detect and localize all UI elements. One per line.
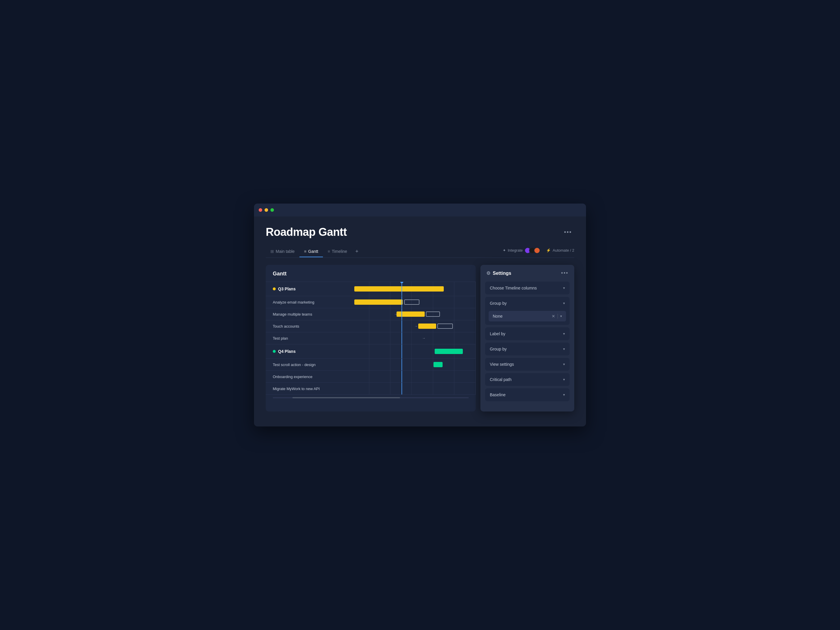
gantt-body: Q3 Plans [266,281,476,395]
task-label-6: Onboarding experience [266,374,348,379]
divider [557,314,558,319]
settings-title-area: ⚙ Settings [486,270,511,276]
accordion-group-by-2-header[interactable]: Group by ▾ [485,343,570,355]
none-selector[interactable]: None ✕ ▾ [489,311,566,321]
task-row-3: Touch accounts → [266,320,476,332]
task-label-5: Test scroll action - design [266,363,348,367]
chevron-view-settings: ▾ [563,362,565,366]
group-dot-q4 [273,350,276,353]
close-button[interactable] [259,208,262,212]
bar-task-5[interactable] [434,362,442,367]
arrow-3: → [422,336,426,340]
chevron-baseline: ▾ [563,393,565,397]
chevron-group-by-1: ▾ [563,301,565,305]
task-row-5: Test scroll action - design [266,358,476,370]
integrate-label: Integrate [508,248,523,253]
automate-label: Automate / 2 [553,248,574,253]
today-line [401,282,402,296]
browser-window: Roadmap Gantt ••• ⊞ Main table ≡ Gantt ≡… [254,204,586,426]
gantt-icon: ≡ [304,249,306,254]
accordion-critical-path-header[interactable]: Critical path ▾ [485,373,570,386]
scrollbar-track[interactable] [273,397,469,398]
gantt-chart-4: → [348,332,476,344]
main-section: Gantt Q3 Plans [266,265,574,412]
tab-timeline-label: Timeline [332,249,347,254]
none-label: None [493,314,502,319]
accordion-label-by: Label by ▾ [485,327,570,340]
avatar-3 [534,247,540,254]
header-actions: ••• [562,227,574,237]
accordion-choose-timeline: Choose Timeline columns ▾ [485,281,570,294]
clear-none-button[interactable]: ✕ [552,314,555,319]
gantt-panel: Gantt Q3 Plans [266,265,476,412]
settings-more-button[interactable]: ••• [561,270,568,276]
group-label-q4: Q4 Plans [266,349,348,354]
gantt-chart-3: → [348,320,476,332]
gantt-chart-q3-group [348,282,476,296]
group-by-2-label: Group by [490,347,507,351]
bar-outline-3 [437,324,453,329]
automate-button[interactable]: ⚡ Automate / 2 [546,248,574,253]
accordion-view-settings-header[interactable]: View settings ▾ [485,358,570,371]
gantt-chart-1 [348,296,476,308]
tab-main-table-label: Main table [276,249,295,254]
baseline-label: Baseline [490,392,506,397]
task-label-2: Manage multiple teams [266,312,348,316]
task-row-2: Manage multiple teams [266,308,476,320]
accordion-label-by-header[interactable]: Label by ▾ [485,327,570,340]
more-options-button[interactable]: ••• [562,227,574,237]
view-settings-label: View settings [490,362,514,366]
accordion-critical-path: Critical path ▾ [485,373,570,386]
integrate-button[interactable]: ✦ Integrate [503,247,540,254]
tab-gantt[interactable]: ≡ Gantt [300,246,323,257]
task-label-7: Migrate MyWork to new API [266,387,348,391]
timeline-icon: ≡ [328,249,330,254]
integrate-icon: ✦ [503,248,506,253]
tab-main-table[interactable]: ⊞ Main table [266,246,300,257]
bar-task-1[interactable] [354,300,403,305]
maximize-button[interactable] [270,208,274,212]
task-row-6: Onboarding experience [266,370,476,382]
scrollbar-thumb[interactable] [292,397,400,398]
gantt-chart-5 [348,359,476,370]
minimize-button[interactable] [265,208,268,212]
task-row-7: Migrate MyWork to new API [266,382,476,395]
chevron-critical-path: ▾ [563,377,565,382]
arrow-1: → [394,312,398,316]
critical-path-label: Critical path [490,377,512,382]
settings-panel: ⚙ Settings ••• Choose Timeline columns ▾ [480,265,574,412]
arrow-2: → [414,324,418,328]
accordion-view-settings: View settings ▾ [485,358,570,371]
titlebar [254,204,586,216]
bar-q3-group[interactable] [354,286,444,292]
accordion-choose-timeline-header[interactable]: Choose Timeline columns ▾ [485,281,570,294]
chevron-group-by-2: ▾ [563,347,565,351]
gantt-chart-2: → [348,308,476,320]
integrate-avatars [524,247,540,254]
gantt-panel-title: Gantt [273,271,287,276]
gear-icon: ⚙ [486,270,490,276]
chevron-label-by: ▾ [563,332,565,336]
bar-task-2[interactable] [396,311,425,317]
accordion-group-by-1-header[interactable]: Group by ▾ [485,297,570,310]
tab-timeline[interactable]: ≡ Timeline [323,246,352,257]
label-by-label: Label by [490,332,505,336]
task-label-1: Analyze email marketing [266,300,348,305]
page-header: Roadmap Gantt ••• [266,226,574,238]
gantt-chart-6 [348,371,476,382]
bar-q4-group[interactable] [435,349,463,354]
bar-task-3[interactable] [418,324,436,329]
chevron-none: ▾ [560,314,562,318]
task-row-4: Test plan → [266,332,476,344]
gantt-panel-header: Gantt [266,265,476,281]
accordion-baseline-header[interactable]: Baseline ▾ [485,388,570,401]
gantt-chart-q4-group [348,344,476,358]
app-content: Roadmap Gantt ••• ⊞ Main table ≡ Gantt ≡… [254,216,586,423]
table-icon: ⊞ [270,249,274,254]
group-row-q3: Q3 Plans [266,281,476,296]
group-row-q4: Q4 Plans [266,344,476,358]
none-selector-controls: ✕ ▾ [552,314,562,319]
group-label-q3: Q3 Plans [266,287,348,291]
tab-gantt-label: Gantt [308,249,318,254]
add-tab-button[interactable]: + [352,245,362,257]
